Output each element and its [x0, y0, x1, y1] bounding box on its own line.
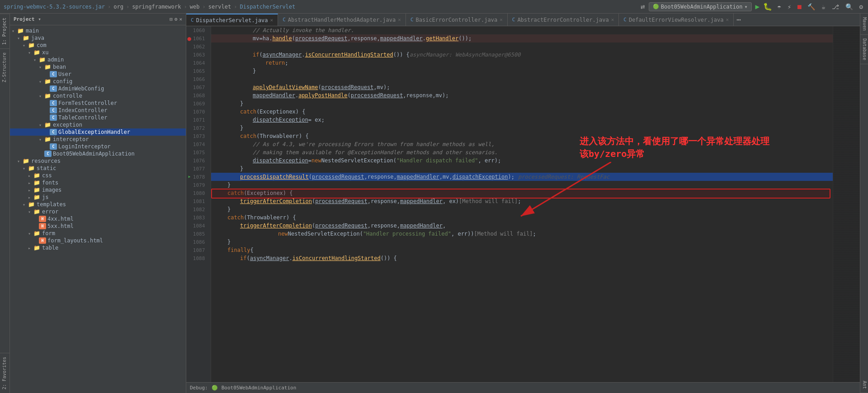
tree-item-controlle[interactable]: ▾📁controlle — [10, 92, 186, 99]
folder-icon: 📁 — [33, 180, 41, 186]
tab-basic-error[interactable]: C BasicErrorController.java ✕ — [406, 14, 508, 26]
code-content[interactable]: // Actually invoke the handler.mv = ha.h… — [211, 26, 833, 382]
close-sidebar-icon[interactable]: ✕ — [179, 16, 182, 22]
tab-close-5[interactable]: ✕ — [726, 17, 729, 23]
java-icon: C — [50, 85, 57, 92]
gutter-row-1082: 1082 — [186, 205, 211, 213]
stop-button[interactable]: ⏹ — [796, 3, 802, 10]
tree-item-form-layouts-html[interactable]: Hform_layouts.html — [10, 237, 186, 244]
token: ( — [259, 52, 262, 58]
folder-icon: 📁 — [44, 122, 52, 128]
gutter-row-1072: 1072 — [186, 124, 211, 132]
token: ( — [292, 35, 295, 42]
token: = ex; — [308, 117, 325, 123]
tree-item-table[interactable]: ▸📁table — [10, 244, 186, 251]
build-button[interactable]: 🔨 — [806, 3, 816, 10]
tab-more[interactable]: ⋯ — [734, 14, 744, 26]
code-line-1080: catch (Exception ex) { — [211, 189, 833, 197]
tab-close-4[interactable]: ✕ — [611, 17, 614, 23]
tree-item-adminwebconfig[interactable]: CAdminWebConfig — [10, 85, 186, 92]
profile-button[interactable]: ⚡ — [786, 3, 793, 10]
tab-dispatcher-servlet[interactable]: C DispatcherServlet.java ✕ — [186, 14, 278, 26]
tree-label: Boot05WebAdminApplication — [53, 151, 135, 157]
navigate-icon[interactable]: ⇄ — [641, 2, 645, 11]
token: response — [368, 174, 394, 180]
project-tree[interactable]: ▾📁main▾📁java▾📁com▾📁xu▾📁admin▾📁beanCUser▾… — [10, 25, 186, 393]
tab-abstract-error[interactable]: C AbstractErrorController.java ✕ — [508, 14, 619, 26]
tree-item-user[interactable]: CUser — [10, 71, 186, 78]
sidebar-dropdown[interactable]: ▾ — [38, 16, 41, 22]
gutter-row-1071: 1071 — [186, 116, 211, 124]
run-button[interactable]: ▶ — [755, 2, 760, 11]
tree-item-boot05webadminapplication[interactable]: CBoot05WebAdminApplication — [10, 150, 186, 157]
token: asyncManager — [263, 52, 302, 58]
tree-item-js[interactable]: ▸📁js — [10, 194, 186, 201]
tree-item-indexcontroller[interactable]: CIndexController — [10, 107, 186, 114]
tree-item-bean[interactable]: ▾📁bean — [10, 63, 186, 71]
token: , — [348, 35, 351, 42]
debug-button[interactable]: 🐛 — [763, 2, 772, 11]
search-button[interactable]: 🔍 — [844, 3, 854, 10]
breakpoint-icon[interactable]: ● — [186, 35, 192, 42]
tree-item-config[interactable]: ▾📁config — [10, 78, 186, 85]
tree-label: 4xx.html — [47, 216, 74, 222]
tree-item-form[interactable]: ▾📁form — [10, 230, 186, 237]
tree-arrow: ▾ — [12, 28, 17, 33]
tree-item-fonts[interactable]: ▸📁fonts — [10, 179, 186, 186]
token: ( — [360, 231, 363, 237]
tree-item-templates[interactable]: ▾📁templates — [10, 201, 186, 208]
right-panel-database[interactable]: Database — [860, 35, 868, 64]
folder-icon: 📁 — [33, 172, 41, 179]
tree-item-main[interactable]: ▾📁main — [10, 27, 186, 34]
tree-item-globalexceptionhandler[interactable]: CGlobalExceptionHandler — [10, 128, 186, 136]
tree-item-resources[interactable]: ▾📁resources — [10, 157, 186, 165]
right-panel-ant[interactable]: Ant — [860, 377, 868, 393]
settings-icon[interactable]: ⚙ — [175, 16, 178, 22]
breadcrumb-active: DispatcherServlet — [240, 4, 295, 10]
right-panel-maven[interactable]: Maven — [860, 14, 868, 35]
code-line-1064: return; — [211, 59, 833, 67]
tree-item-xu[interactable]: ▾📁xu — [10, 49, 186, 56]
tab-label-1: DispatcherServlet.java — [196, 17, 268, 24]
tree-item-java[interactable]: ▾📁java — [10, 34, 186, 42]
token: ha — [263, 35, 269, 42]
line-num-1067: 1067 — [192, 85, 207, 90]
sdk-button[interactable]: ☕ — [820, 3, 826, 10]
tree-item-formtestcontroller[interactable]: CFormTestController — [10, 99, 186, 107]
tree-item-logininterceptor[interactable]: CLoginInterceptor — [10, 143, 186, 150]
token: } — [227, 239, 231, 245]
tree-item-com[interactable]: ▾📁com — [10, 42, 186, 49]
tree-item-tablecontroller[interactable]: CTableController — [10, 114, 186, 121]
tab-default-view-resolver[interactable]: C DefaultErrorViewResolver.java ✕ — [619, 14, 734, 26]
breadcrumb-springframework: springframework — [132, 4, 181, 10]
code-editor[interactable]: 1060●10611062106310641065106610671068106… — [186, 26, 860, 382]
git-button[interactable]: ⎇ — [830, 3, 840, 10]
tree-item-css[interactable]: ▸📁css — [10, 172, 186, 179]
tree-item-4xx-html[interactable]: H4xx.html — [10, 215, 186, 223]
side-tab-spacer — [0, 86, 9, 352]
tree-item-exception[interactable]: ▾📁exception — [10, 121, 186, 128]
token: response — [351, 35, 377, 42]
settings-button[interactable]: ⚙ — [858, 3, 864, 10]
tree-item-5xx-html[interactable]: H5xx.html — [10, 223, 186, 230]
tree-item-interceptor[interactable]: ▾📁interceptor — [10, 136, 186, 143]
side-tab-structure[interactable]: Z-Structure — [0, 48, 9, 86]
tree-item-admin[interactable]: ▾📁admin — [10, 56, 186, 63]
coverage-button[interactable]: ☂ — [776, 3, 782, 10]
line-num-1064: 1064 — [192, 60, 207, 66]
tree-item-error[interactable]: ▾📁error — [10, 208, 186, 215]
tree-item-images[interactable]: ▸📁images — [10, 186, 186, 194]
side-tab-favorites[interactable]: 2: Favorites — [0, 353, 9, 393]
tab-close-1[interactable]: ✕ — [270, 17, 274, 23]
run-config-dropdown[interactable]: ▾ — [744, 4, 747, 10]
tab-close-3[interactable]: ✕ — [500, 17, 503, 23]
tab-close-2[interactable]: ✕ — [398, 17, 401, 23]
run-config[interactable]: 🟢 Boot05WebAdminApplication ▾ — [649, 2, 752, 11]
collapse-all-icon[interactable]: ⊟ — [170, 16, 173, 22]
side-tab-project[interactable]: 1: Project — [0, 14, 9, 48]
token: Exception — [247, 190, 276, 196]
tree-label: images — [42, 187, 61, 193]
tree-item-static[interactable]: ▾📁static — [10, 165, 186, 172]
token: [Method will fail] — [459, 198, 518, 204]
tab-abstract-handler[interactable]: C AbstractHandlerMethodAdapter.java ✕ — [278, 14, 406, 26]
